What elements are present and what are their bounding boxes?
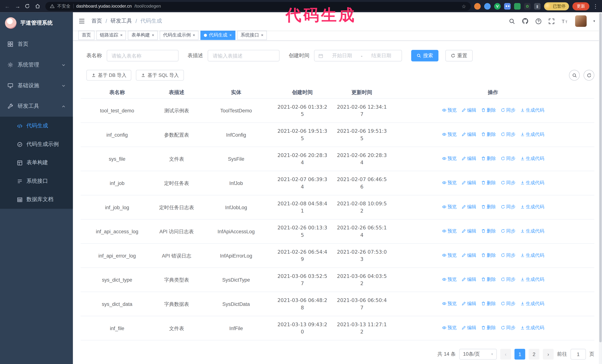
next-page-button[interactable]: › [543,349,554,360]
browser-update-button[interactable]: 更新 [572,2,589,10]
import-db-button[interactable]: 基于 DB 导入 [86,70,131,81]
delete-link[interactable]: 删除 [481,300,496,307]
sync-link[interactable]: 同步 [501,228,516,235]
user-menu-caret-icon[interactable]: ▾ [593,20,595,23]
edit-link[interactable]: 编辑 [461,228,476,235]
tab-close-icon[interactable]: × [261,33,263,37]
sync-link[interactable]: 同步 [501,131,516,138]
font-size-icon[interactable]: TT [561,18,569,24]
back-icon[interactable]: ← [4,3,11,9]
address-bar[interactable]: 不安全 dashboard.yudao.iocoder.cn/tool/code… [45,2,471,10]
tab-home[interactable]: 首页 [78,31,95,40]
sidebar-item-home[interactable]: 首页 [0,34,73,54]
extension-icon[interactable]: ✿ [524,3,530,10]
sync-link[interactable]: 同步 [501,300,516,307]
sidebar-item-codegen[interactable]: 代码生成 [0,117,73,135]
browser-menu-icon[interactable]: ⋮ [593,3,598,9]
page-button-2[interactable]: 2 [529,349,539,360]
preview-link[interactable]: 预览 [442,107,457,114]
page-size-select[interactable]: 10条/页 ▾ [459,349,497,360]
search-button[interactable]: 搜索 [411,50,439,61]
edit-link[interactable]: 编辑 [461,107,476,114]
tab-tracing[interactable]: 链路追踪× [96,31,126,40]
github-icon[interactable] [522,18,529,25]
preview-link[interactable]: 预览 [442,179,457,186]
reset-button[interactable]: 重置 [445,50,473,61]
edit-link[interactable]: 编辑 [461,276,476,283]
tab-system-api[interactable]: 系统接口× [237,31,267,40]
generate-code-link[interactable]: 生成代码 [520,324,544,332]
header-search-icon[interactable] [509,18,515,24]
generate-code-link[interactable]: 生成代码 [520,276,544,283]
edit-link[interactable]: 编辑 [461,203,476,210]
delete-link[interactable]: 删除 [481,276,496,283]
preview-link[interactable]: 预览 [442,324,457,332]
delete-link[interactable]: 删除 [481,228,496,235]
generate-code-link[interactable]: 生成代码 [520,107,544,114]
generate-code-link[interactable]: 生成代码 [520,131,544,138]
sidebar-item-codegen-example[interactable]: 代码生成示例 [0,135,73,154]
preview-link[interactable]: 预览 [442,155,457,162]
delete-link[interactable]: 删除 [481,107,496,114]
sync-link[interactable]: 同步 [501,276,516,283]
preview-link[interactable]: 预览 [442,252,457,259]
edit-link[interactable]: 编辑 [461,324,476,332]
extension-icon[interactable] [514,3,520,10]
generate-code-link[interactable]: 生成代码 [520,228,544,235]
table-desc-input[interactable] [208,50,280,61]
edit-link[interactable]: 编辑 [461,179,476,186]
edit-link[interactable]: 编辑 [461,155,476,162]
tab-close-icon[interactable]: × [193,33,195,37]
tab-codegen[interactable]: 代码生成× [201,31,235,40]
import-sql-button[interactable]: 基于 SQL 导入 [136,70,184,81]
scrollbar-thumb[interactable] [599,13,602,342]
generate-code-link[interactable]: 生成代码 [520,179,544,186]
tab-close-icon[interactable]: × [229,33,232,37]
sync-link[interactable]: 同步 [501,252,516,259]
sidebar-item-system[interactable]: 系统管理 [0,54,73,75]
date-range-picker[interactable]: 开始日期 - 结束日期 [314,50,402,61]
reload-icon[interactable] [25,3,32,9]
breadcrumb-devtools[interactable]: 研发工具 [111,18,132,25]
delete-link[interactable]: 删除 [481,131,496,138]
sync-link[interactable]: 同步 [501,324,516,332]
sync-link[interactable]: 同步 [501,179,516,186]
tab-form-builder[interactable]: 表单构建× [128,31,158,40]
sidebar-item-devtools[interactable]: 研发工具 [0,96,73,117]
toggle-search-button[interactable] [569,70,580,81]
user-avatar[interactable] [575,16,587,27]
sidebar-item-infra[interactable]: 基础设施 [0,75,73,96]
generate-code-link[interactable]: 生成代码 [520,252,544,259]
forward-icon[interactable]: → [14,3,21,9]
preview-link[interactable]: 预览 [442,228,457,235]
extensions-puzzle-icon[interactable]: ▮ [534,3,540,10]
generate-code-link[interactable]: 生成代码 [520,155,544,162]
edit-link[interactable]: 编辑 [461,252,476,259]
preview-link[interactable]: 预览 [442,131,457,138]
bookmark-star-icon[interactable]: ☆ [462,3,466,9]
sidebar-item-system-api[interactable]: 系统接口 [0,172,73,190]
extension-icon[interactable] [504,3,510,10]
delete-link[interactable]: 删除 [481,252,496,259]
extension-icon[interactable] [484,3,491,10]
sidebar-item-db-doc[interactable]: 数据库文档 [0,190,73,209]
generate-code-link[interactable]: 生成代码 [520,203,544,210]
tab-codegen-example[interactable]: 代码生成示例× [160,31,199,40]
scrollbar[interactable] [599,12,602,364]
help-icon[interactable] [535,18,542,24]
delete-link[interactable]: 删除 [481,203,496,210]
table-name-input[interactable] [107,50,178,61]
sync-link[interactable]: 同步 [501,107,516,114]
delete-link[interactable]: 删除 [481,179,496,186]
extension-icon[interactable]: V [494,3,501,10]
prev-page-button[interactable]: ‹ [500,349,511,360]
preview-link[interactable]: 预览 [442,300,457,307]
delete-link[interactable]: 删除 [481,155,496,162]
edit-link[interactable]: 编辑 [461,131,476,138]
tab-close-icon[interactable]: × [120,33,123,37]
tab-close-icon[interactable]: × [152,33,154,37]
sidebar-toggle-icon[interactable] [78,18,85,25]
generate-code-link[interactable]: 生成代码 [520,300,544,307]
fullscreen-icon[interactable] [548,18,555,24]
sidebar-item-form-builder[interactable]: 表单构建 [0,154,73,172]
